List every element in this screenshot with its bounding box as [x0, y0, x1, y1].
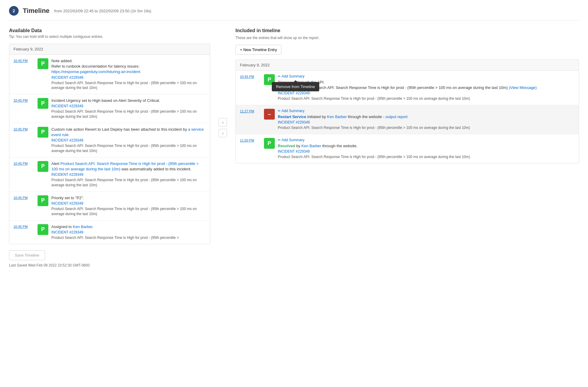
last-saved-text: Last Saved Wed Feb 09 2022 23:52:30 GMT-…	[9, 263, 210, 267]
entry-time-1[interactable]: 10:45 PM	[14, 59, 35, 62]
right-avatar-3: P	[264, 138, 275, 149]
entry-desc-5: Product Search API: Search Response Time…	[51, 206, 206, 217]
entry-content-2: Incident Urgency set to High based on Al…	[51, 98, 206, 119]
right-entry-time-2[interactable]: 11:27 PM	[240, 109, 261, 113]
alert-link[interactable]: Product Search API: Search Response Time…	[51, 161, 199, 171]
avatar-1: P	[38, 58, 48, 69]
runbook-link[interactable]: https://response.pagerduty.com/#during-a…	[51, 69, 140, 74]
right-entry-1[interactable]: 10:45 PM P ✏ Add Summary Triggered throu…	[236, 71, 579, 105]
right-entry-time-1[interactable]: 10:45 PM	[240, 75, 261, 78]
right-entry-2[interactable]: 11:27 PM – ✏ Add Summary Restart Service…	[236, 105, 579, 134]
right-entry-title-2: Restart Service initiated by Ken Barber …	[278, 114, 574, 120]
ken-barber-link-2[interactable]: Ken Barber	[327, 114, 347, 119]
incident-link-4[interactable]: INCIDENT #229349	[51, 172, 206, 177]
included-title: Included in timeline	[235, 28, 579, 33]
left-entry-4[interactable]: 10:45 PM P Alert Product Search API: Sea…	[9, 157, 210, 192]
entry-time-2[interactable]: 10:45 PM	[14, 99, 35, 102]
add-to-timeline-arrow[interactable]: ›	[219, 118, 227, 126]
arrows-column: › ‹	[216, 28, 229, 137]
entry-desc-6: Product Search API: Search Response Time…	[51, 235, 206, 240]
add-summary-3[interactable]: ✏ Add Summary	[278, 138, 574, 142]
add-summary-2[interactable]: ✏ Add Summary	[278, 109, 574, 113]
available-data-panel: February 9, 2022 10:45 PM P Note added. …	[9, 44, 210, 244]
page-title: Timeline	[23, 7, 50, 15]
available-data-title: Available Data	[9, 28, 210, 33]
entry-content-1: Note added. Refer to runbook documentati…	[51, 58, 206, 90]
entry-desc-4: Product Search API: Search Response Time…	[51, 178, 206, 188]
right-entry-content-2: ✏ Add Summary Restart Service initiated …	[278, 109, 574, 130]
remove-from-timeline-tooltip[interactable]: Remove from Timeline	[272, 82, 319, 91]
view-message-link[interactable]: (View Message)	[509, 85, 537, 90]
incident-link-1[interactable]: INCIDENT #229349	[51, 75, 206, 80]
incident-link-5[interactable]: INCIDENT #229349	[51, 201, 206, 206]
add-summary-1[interactable]: ✏ Add Summary	[278, 74, 574, 78]
entry-time-3[interactable]: 10:45 PM	[14, 127, 35, 131]
avatar-2: P	[38, 98, 48, 109]
included-desc: These are the entries that will show up …	[235, 36, 579, 40]
remove-from-timeline-arrow[interactable]: ‹	[219, 129, 227, 137]
right-entry-title-1: Triggered through the API. Description: …	[278, 80, 574, 90]
right-incident-link-2[interactable]: INCIDENT #229349	[278, 120, 574, 124]
avatar-4: P	[38, 161, 48, 172]
incident-link-6[interactable]: INCIDENT #229349	[51, 230, 206, 234]
entry-time-6[interactable]: 10:45 PM	[14, 225, 35, 228]
entry-title-2: Incident Urgency set to High based on Al…	[51, 98, 206, 103]
avatar-5: P	[38, 195, 48, 206]
service-event-rule-link[interactable]: a service event rule.	[51, 127, 204, 137]
output-report-link[interactable]: output report	[385, 114, 408, 119]
entry-title-5: Priority set to "P2".	[51, 195, 206, 201]
entry-title-6: Assigned to Ken Barber.	[51, 224, 206, 230]
save-timeline-button[interactable]: Save Timeline	[9, 250, 45, 260]
entry-content-4: Alert Product Search API: Search Respons…	[51, 161, 206, 188]
resolved-status: Resolved	[278, 144, 295, 148]
entry-time-4[interactable]: 10:45 PM	[14, 162, 35, 165]
avatar-3: P	[38, 127, 48, 138]
left-entry-1[interactable]: 10:45 PM P Note added. Refer to runbook …	[9, 55, 210, 94]
right-incident-link-1[interactable]: INCIDENT #229349	[278, 91, 574, 95]
left-entry-2[interactable]: 10:45 PM P Incident Urgency set to High …	[9, 94, 210, 123]
right-entry-time-3[interactable]: 11:50 PM	[240, 139, 261, 142]
right-entry-content-3: ✏ Add Summary Resolved by Ken Barber thr…	[278, 138, 574, 160]
incident-link-3[interactable]: INCIDENT #229349	[51, 138, 206, 142]
step-badge: 2	[9, 6, 19, 16]
incident-link-2[interactable]: INCIDENT #229349	[51, 104, 206, 108]
right-entry-title-3: Resolved by Ken Barber through the websi…	[278, 143, 574, 149]
available-data-tip: Tip: You can hold shift to select multip…	[9, 35, 210, 39]
left-date-header: February 9, 2022	[9, 44, 210, 55]
right-entry-desc-2: Product Search API: Search Response Time…	[278, 125, 574, 130]
entry-content-6: Assigned to Ken Barber. INCIDENT #229349…	[51, 224, 206, 240]
page-subtitle: from 2022/02/09 22:45 to 2022/02/09 23:5…	[54, 9, 151, 13]
right-entry-desc-3: Product Search API: Search Response Time…	[278, 154, 574, 160]
left-entry-5[interactable]: 10:45 PM P Priority set to "P2". INCIDEN…	[9, 192, 210, 221]
right-entry-3[interactable]: 11:50 PM P ✏ Add Summary Resolved by Ken…	[236, 134, 579, 163]
entry-time-5[interactable]: 10:45 PM	[14, 196, 35, 200]
new-timeline-entry-button[interactable]: + New Timeline Entry	[235, 45, 281, 55]
entry-desc-3: Product Search API: Search Response Time…	[51, 143, 206, 154]
restart-status: Restart Service	[278, 114, 306, 119]
ken-barber-link-1[interactable]: Ken Barber	[73, 224, 92, 229]
right-entry-content-1: ✏ Add Summary Triggered through the API.…	[278, 74, 574, 101]
right-date-header: February 9, 2022	[236, 60, 579, 71]
entry-content-3: Custom rule action Revert to Last Deploy…	[51, 127, 206, 154]
left-entry-6[interactable]: 10:45 PM P Assigned to Ken Barber. INCID…	[9, 221, 210, 244]
entry-title-1: Note added. Refer to runbook documentati…	[51, 58, 206, 75]
included-panel: February 9, 2022 10:45 PM P ✏ Add Summar…	[235, 59, 579, 163]
entry-desc-2: Product Search API: Search Response Time…	[51, 109, 206, 119]
entry-title-4: Alert Product Search API: Search Respons…	[51, 161, 206, 172]
avatar-6: P	[38, 224, 48, 235]
entry-desc-1: Product Search API: Search Response Time…	[51, 81, 206, 91]
left-entry-3[interactable]: 10:45 PM P Custom rule action Revert to …	[9, 123, 210, 157]
right-entry-desc-1: Product Search API: Search Response Time…	[278, 96, 574, 101]
ken-barber-link-3[interactable]: Ken Barber	[302, 144, 321, 148]
right-incident-link-3[interactable]: INCIDENT #229349	[278, 149, 574, 154]
entry-content-5: Priority set to "P2". INCIDENT #229349 P…	[51, 195, 206, 217]
entry-title-3: Custom rule action Revert to Last Deploy…	[51, 127, 206, 138]
right-avatar-2: –	[264, 109, 275, 120]
